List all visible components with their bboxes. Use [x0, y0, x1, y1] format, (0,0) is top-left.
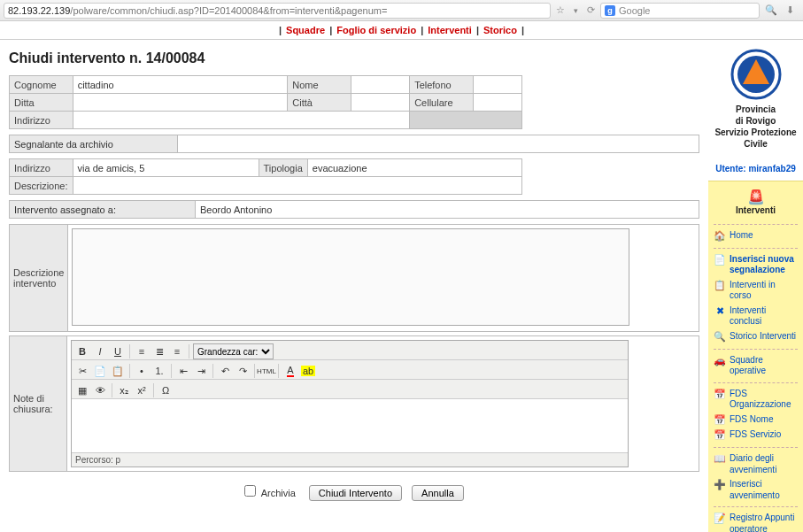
archivia-checkbox-label[interactable]: Archivia: [241, 488, 298, 498]
sidebar-item-fds-nome[interactable]: 📅FDS Nome: [708, 412, 803, 428]
book-icon: 📖: [714, 453, 726, 466]
sidebar-item-conclusi[interactable]: ✖Interventi conclusi: [708, 304, 803, 329]
url-bar[interactable]: 82.193.22.139/polware/common/chiudi.asp?…: [4, 3, 551, 19]
sidebar-item-home[interactable]: 🏠Home: [708, 228, 803, 244]
download-icon[interactable]: ⬇: [786, 4, 794, 16]
bgcolor-icon[interactable]: ab: [300, 363, 316, 379]
outdent-icon[interactable]: ⇤: [175, 363, 191, 379]
sidebar-head: 🚨 Interventi: [708, 185, 803, 220]
align-center-icon[interactable]: ≣: [151, 343, 167, 359]
superscript-icon[interactable]: x²: [134, 382, 150, 398]
bullet-list-icon[interactable]: •: [134, 363, 150, 379]
editor-toolbar-3: ▦ 👁 x₂ x² Ω: [72, 380, 628, 399]
preview-icon[interactable]: 👁: [92, 382, 108, 398]
sidebar-item-incorso[interactable]: 📋Interventi in corso: [708, 278, 803, 304]
indirizzo1-label: Indirizzo: [10, 112, 73, 129]
nav-interventi[interactable]: Interventi: [428, 25, 472, 35]
main-content: Chiudi intervento n. 14/00084 Cognome ci…: [0, 40, 708, 532]
sidebar-item-squadre[interactable]: 🚗Squadre operative: [708, 353, 803, 379]
sidebar-item-fds-org[interactable]: 📅FDS Organizzazione: [708, 387, 803, 412]
bottom-actions: Archivia Chiudi Intervento Annulla: [9, 472, 699, 512]
copy-icon[interactable]: 📄: [92, 363, 108, 379]
search-placeholder: Google: [619, 5, 650, 16]
sidebar-logo-block: Provincia di Rovigo Servizio Protezione …: [708, 43, 803, 158]
nome-field[interactable]: [351, 76, 409, 94]
underline-icon[interactable]: U: [110, 343, 126, 359]
nome-label: Nome: [288, 76, 351, 94]
ditta-field[interactable]: [73, 94, 288, 112]
redo-icon[interactable]: ↷: [235, 363, 251, 379]
assegnato-field[interactable]: Beordo Antonino: [196, 201, 699, 219]
italic-icon[interactable]: I: [92, 343, 108, 359]
citta-field[interactable]: [351, 94, 409, 112]
align-right-icon[interactable]: ≡: [169, 343, 185, 359]
sidebar-panel: 🚨 Interventi 🏠Home 📄Inserisci nuova segn…: [708, 181, 803, 532]
nav-squadre[interactable]: Squadre: [286, 25, 325, 35]
form-intervento: Indirizzo via de amicis, 5 Tipologia eva…: [9, 158, 522, 195]
search-icon[interactable]: 🔍: [765, 4, 777, 16]
cognome-field[interactable]: cittadino: [73, 76, 288, 94]
sidebar-item-inserisci-nuova[interactable]: 📄Inserisci nuova segnalazione: [708, 252, 803, 278]
note-label: Note di chiusura:: [10, 336, 67, 472]
browser-toolbar-icons: ☆ ▾ ⟳: [551, 4, 600, 16]
note-icon: 📝: [714, 513, 726, 525]
table-icon[interactable]: ▦: [74, 382, 90, 398]
indent-icon[interactable]: ⇥: [193, 363, 209, 379]
telefono-field[interactable]: [473, 76, 521, 94]
citta-label: Città: [288, 94, 351, 112]
descrizione-label: Descrizione:: [10, 177, 73, 195]
indirizzo1-grey: [410, 112, 522, 129]
fontsize-select[interactable]: Grandezza car:: [193, 343, 274, 359]
paste-icon[interactable]: 📋: [110, 363, 126, 379]
browser-right-icons: 🔍 ⬇: [760, 4, 799, 16]
indirizzo2-field[interactable]: via de amicis, 5: [73, 159, 259, 177]
subscript-icon[interactable]: x₂: [116, 382, 132, 398]
search-icon: 🔍: [714, 331, 726, 343]
number-list-icon[interactable]: 1.: [151, 363, 167, 379]
cal-icon: 📅: [714, 429, 726, 442]
annulla-button[interactable]: Annulla: [412, 485, 464, 501]
reload-icon[interactable]: ⟳: [587, 4, 595, 16]
sidebar-item-storico[interactable]: 🔍Storico Interventi: [708, 329, 803, 345]
cut-icon[interactable]: ✂: [74, 363, 90, 379]
sidebar-item-diario[interactable]: 📖Diario degli avvenimenti: [708, 451, 803, 477]
archivia-checkbox[interactable]: [244, 485, 256, 497]
nav-storico[interactable]: Storico: [483, 25, 517, 35]
sidebar-item-registro[interactable]: 📝Registro Appunti operatore: [708, 511, 803, 532]
sidebar-head-text: Interventi: [708, 205, 803, 215]
form-anagrafica: Cognome cittadino Nome Telefono Ditta Ci…: [9, 75, 522, 129]
utente-label: Utente: miranfab29: [708, 164, 803, 173]
align-left-icon[interactable]: ≡: [134, 343, 150, 359]
editor-body[interactable]: [72, 399, 628, 452]
nav-foglio[interactable]: Foglio di servizio: [336, 25, 416, 35]
cancel-icon: ✖: [714, 305, 726, 318]
textcolor-icon[interactable]: A: [282, 363, 298, 379]
indirizzo1-field[interactable]: [73, 112, 409, 129]
undo-icon[interactable]: ↶: [217, 363, 233, 379]
segnalante-field[interactable]: [178, 135, 699, 153]
browser-search[interactable]: g Google: [600, 3, 760, 19]
sidebar-item-ins-avv[interactable]: ➕Inserisci avvenimento: [708, 477, 803, 503]
segnalante-row: Segnalante da archivio: [9, 135, 699, 153]
note-chiusura-block: Note di chiusura: B I U ≡ ≣ ≡ Grandezza: [9, 335, 699, 472]
url-host: 82.193.22.139: [8, 5, 70, 16]
html-icon[interactable]: HTML: [259, 363, 274, 379]
desc-intervento-label: Descrizione intervento: [10, 225, 68, 332]
star-icon[interactable]: ☆: [556, 4, 565, 16]
browser-chrome: 82.193.22.139/polware/common/chiudi.asp?…: [0, 0, 803, 21]
chiudi-intervento-button[interactable]: Chiudi Intervento: [309, 485, 402, 501]
home-icon: 🏠: [714, 230, 726, 243]
tipologia-field[interactable]: evacuazione: [307, 159, 521, 177]
editor-toolbar-1: B I U ≡ ≣ ≡ Grandezza car:: [72, 341, 628, 360]
protezione-civile-logo: [730, 49, 782, 100]
cellulare-field[interactable]: [473, 94, 521, 112]
doc-icon: 📄: [714, 254, 726, 266]
dropdown-icon[interactable]: ▾: [574, 6, 578, 15]
omega-icon[interactable]: Ω: [158, 382, 174, 398]
sidebar-item-fds-servizio[interactable]: 📅FDS Servizio: [708, 428, 803, 443]
assegnato-row: Intervento assegnato a: Beordo Antonino: [9, 200, 699, 219]
desc-intervento-textarea[interactable]: [72, 228, 629, 326]
bold-icon[interactable]: B: [74, 343, 90, 359]
cellulare-label: Cellulare: [410, 94, 474, 112]
descrizione-field[interactable]: [73, 177, 521, 195]
